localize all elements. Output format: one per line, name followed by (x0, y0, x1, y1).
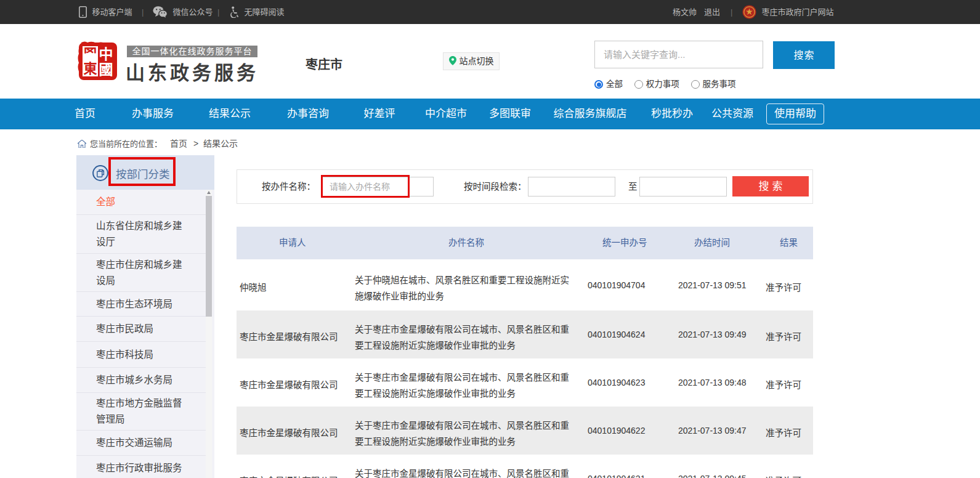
svg-text:東: 東 (83, 61, 97, 76)
svg-text:國: 國 (99, 62, 113, 78)
svg-text:中: 中 (99, 46, 113, 62)
svg-text:罓: 罓 (83, 46, 97, 62)
